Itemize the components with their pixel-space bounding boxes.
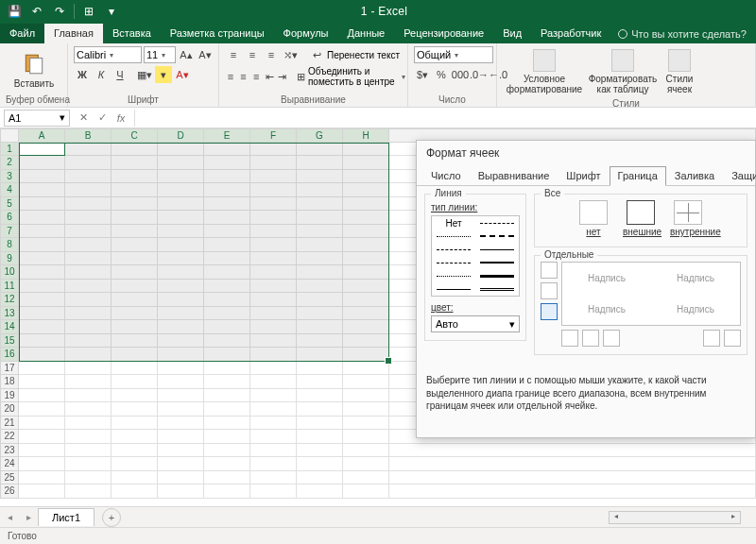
font-size-combo[interactable]: 11▾ — [144, 46, 176, 63]
cell[interactable] — [19, 156, 65, 170]
row-header[interactable]: 6 — [0, 211, 19, 225]
cell[interactable] — [19, 457, 65, 471]
cell[interactable] — [204, 307, 250, 321]
cell[interactable] — [19, 416, 65, 431]
decrease-font-icon[interactable]: A▾ — [197, 46, 214, 63]
cell[interactable] — [158, 225, 204, 239]
row-header[interactable]: 12 — [0, 293, 19, 307]
cell[interactable] — [19, 183, 65, 197]
cell[interactable] — [112, 375, 158, 389]
qat-customize-icon[interactable]: ▾ — [103, 3, 120, 20]
cell[interactable] — [65, 320, 112, 334]
cell[interactable] — [65, 197, 112, 212]
line-style-list[interactable]: Нет — [431, 215, 520, 297]
name-box[interactable]: A1 ▾ — [4, 110, 70, 127]
cell[interactable] — [250, 457, 297, 471]
cell[interactable] — [65, 307, 112, 321]
cell[interactable] — [297, 170, 343, 184]
dialog-tab-alignment[interactable]: Выравнивание — [470, 166, 558, 186]
row-header[interactable]: 20 — [0, 402, 19, 416]
row-header[interactable]: 9 — [0, 252, 19, 266]
cell[interactable] — [19, 265, 65, 280]
cell[interactable] — [204, 334, 250, 348]
cell[interactable] — [297, 197, 343, 212]
cell[interactable] — [343, 156, 389, 170]
tab-home[interactable]: Главная — [44, 24, 103, 43]
cell[interactable] — [112, 402, 158, 416]
cell[interactable] — [19, 348, 65, 362]
cell[interactable] — [250, 320, 297, 334]
row-header[interactable]: 13 — [0, 307, 19, 321]
cell[interactable] — [343, 471, 389, 485]
cell[interactable] — [19, 444, 65, 458]
row-header[interactable]: 23 — [0, 444, 19, 458]
tab-formulas[interactable]: Формулы — [274, 24, 338, 43]
cell[interactable] — [204, 143, 250, 157]
cell[interactable] — [343, 238, 389, 252]
cell[interactable] — [343, 484, 389, 499]
cell[interactable] — [343, 197, 389, 212]
cell[interactable] — [343, 389, 389, 403]
cell[interactable] — [112, 471, 158, 485]
cell[interactable] — [19, 238, 65, 252]
align-bottom-icon[interactable]: ≡ — [263, 46, 280, 63]
cell[interactable] — [343, 211, 389, 225]
save-icon[interactable]: 💾 — [6, 3, 23, 20]
column-header[interactable]: F — [250, 128, 297, 143]
cell[interactable] — [204, 362, 250, 376]
sheet-nav-prev-icon[interactable]: ◂ — [0, 512, 19, 522]
cell[interactable] — [204, 375, 250, 389]
cell[interactable] — [19, 307, 65, 321]
cell[interactable] — [297, 457, 343, 471]
cell[interactable] — [158, 143, 204, 157]
cell[interactable] — [112, 457, 158, 471]
cell[interactable] — [65, 293, 112, 307]
cell[interactable] — [158, 457, 204, 471]
cell[interactable] — [297, 471, 343, 485]
cell[interactable] — [250, 143, 297, 157]
merge-icon[interactable]: ⊞ — [295, 68, 306, 85]
horizontal-scrollbar[interactable]: ◂ ▸ — [609, 511, 741, 524]
cell[interactable] — [204, 457, 250, 471]
merge-label[interactable]: Объединить и поместить в центре — [308, 66, 400, 87]
cell[interactable] — [297, 293, 343, 307]
cell[interactable] — [65, 430, 112, 444]
cell[interactable] — [343, 402, 389, 416]
cell[interactable] — [204, 197, 250, 212]
cell[interactable] — [343, 252, 389, 266]
cell[interactable] — [297, 307, 343, 321]
cell[interactable] — [65, 225, 112, 239]
cell[interactable] — [343, 430, 389, 444]
scroll-right-icon[interactable]: ▸ — [727, 512, 740, 523]
cell[interactable] — [158, 375, 204, 389]
cell[interactable] — [19, 143, 65, 157]
cell[interactable] — [250, 183, 297, 197]
preset-inside[interactable]: внутренние — [670, 200, 706, 237]
cell[interactable] — [65, 183, 112, 197]
cell[interactable] — [250, 416, 297, 431]
align-left-icon[interactable]: ≡ — [225, 68, 236, 85]
cell[interactable] — [19, 293, 65, 307]
increase-indent-icon[interactable]: ⇥ — [277, 68, 288, 85]
preset-outline[interactable]: внешние — [623, 200, 659, 237]
cell[interactable] — [250, 362, 297, 376]
percent-format-icon[interactable]: % — [433, 66, 450, 83]
cell[interactable] — [343, 183, 389, 197]
cell[interactable] — [158, 362, 204, 376]
cell[interactable] — [112, 238, 158, 252]
cell[interactable] — [65, 252, 112, 266]
cell[interactable] — [112, 170, 158, 184]
cell[interactable] — [297, 252, 343, 266]
column-header[interactable]: H — [343, 128, 389, 143]
cell[interactable] — [65, 143, 112, 157]
borders-button[interactable]: ▦▾ — [136, 66, 153, 83]
cell[interactable] — [204, 320, 250, 334]
cell[interactable] — [297, 348, 343, 362]
add-sheet-button[interactable]: + — [102, 508, 121, 527]
cell[interactable] — [297, 402, 343, 416]
cell[interactable] — [297, 416, 343, 431]
cell[interactable] — [250, 430, 297, 444]
border-preview[interactable]: НадписьНадпись НадписьНадпись — [561, 262, 741, 326]
cell[interactable] — [297, 375, 343, 389]
tab-file[interactable]: Файл — [0, 24, 44, 43]
